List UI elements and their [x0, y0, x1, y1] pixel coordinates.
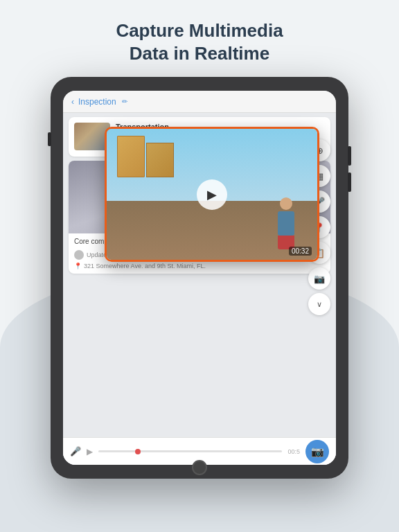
video-duration: 00:32	[289, 247, 312, 256]
avatar2	[74, 250, 84, 260]
tablet-device: ‹ Inspection ✏ Transportation	[51, 77, 348, 479]
topbar-title: Inspection	[78, 97, 116, 107]
card2-location-text: 321 Somewhere Ave. and 9th St. Miami, FL…	[84, 263, 206, 269]
volume-up-button[interactable]	[348, 146, 351, 166]
main-camera-button[interactable]: 📷	[305, 440, 329, 463]
audio-progress-bar[interactable]	[98, 450, 282, 452]
play-button[interactable]: ▶	[87, 447, 93, 456]
power-button[interactable]	[48, 132, 51, 146]
box2	[146, 143, 174, 177]
person-head	[280, 197, 292, 210]
video-overlay[interactable]: ▶ 00:32	[105, 127, 319, 262]
tablet-screen: ‹ Inspection ✏ Transportation	[63, 91, 336, 465]
mic-button[interactable]: 🎤	[70, 446, 81, 456]
headline: Capture Multimedia Data in Realtime	[88, 19, 310, 64]
video-background: ▶	[107, 129, 317, 260]
edit-icon[interactable]: ✏	[122, 98, 127, 105]
app-content: Transportation Updated by E... 📍 56 Ther…	[63, 113, 336, 465]
card2-location: 📍 321 Somewhere Ave. and 9th St. Miami, …	[74, 263, 206, 269]
back-button[interactable]: ‹	[71, 97, 74, 107]
audio-time: 00:5	[287, 448, 300, 455]
app-topbar: ‹ Inspection ✏	[63, 91, 336, 113]
camera-icon: 📷	[314, 274, 325, 284]
box1	[117, 136, 145, 177]
tablet-frame: ‹ Inspection ✏ Transportation	[51, 77, 348, 479]
audio-playhead	[135, 449, 141, 454]
camera-main-icon: 📷	[311, 445, 324, 458]
video-play-button[interactable]: ▶	[197, 179, 227, 210]
camera-tool-button[interactable]: 📷	[308, 267, 330, 290]
volume-down-button[interactable]	[348, 172, 351, 192]
person-body	[278, 211, 294, 236]
cargo-boxes	[117, 136, 174, 177]
chevron-down-icon: ∨	[317, 300, 322, 309]
headline-line1: Capture Multimedia	[116, 20, 283, 41]
expand-button[interactable]: ∨	[308, 293, 330, 315]
home-button[interactable]	[192, 460, 207, 475]
person-figure	[276, 197, 296, 246]
headline-line2: Data in Realtime	[130, 43, 269, 64]
pin-icon2: 📍	[74, 263, 82, 269]
play-icon: ▶	[207, 187, 217, 202]
